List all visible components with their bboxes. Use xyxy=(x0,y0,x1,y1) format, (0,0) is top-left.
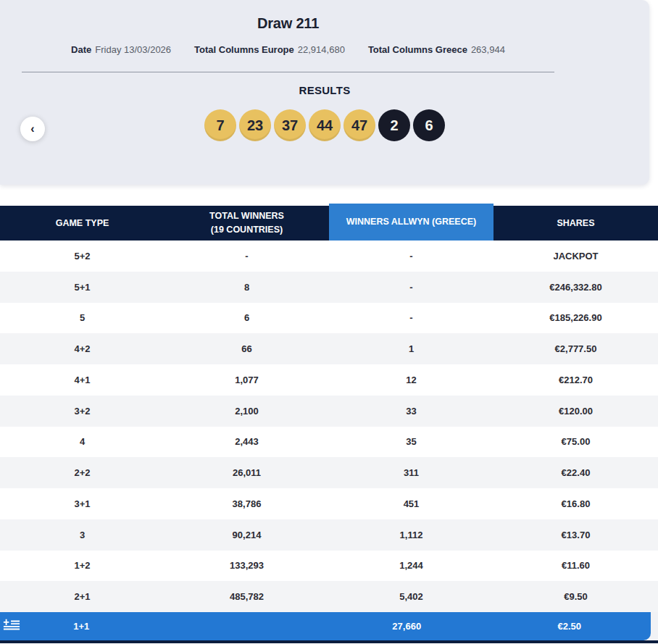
meta-label: Total Columns Greece xyxy=(368,44,467,55)
table-row: 3+22,10033€120.00 xyxy=(0,396,658,427)
table-row: 1+2133,2931,244€11.60 xyxy=(0,551,658,582)
table-row: 5+2--JACKPOT xyxy=(0,241,658,272)
table-cell: 1 xyxy=(329,333,494,364)
column-header-line: (19 COUNTRIES) xyxy=(211,223,283,237)
table-cell: 6 xyxy=(164,303,329,334)
table-row: 2+226,011311€22.40 xyxy=(0,457,658,488)
column-header-line: WINNERS ALLWYN (GREECE) xyxy=(346,215,476,229)
table-cell: €75.00 xyxy=(494,427,658,458)
table-cell: 4+1 xyxy=(0,364,164,396)
table-cell: 2,100 xyxy=(164,396,329,427)
table-cell: €13.70 xyxy=(494,519,658,551)
table-cell: €212.70 xyxy=(494,364,658,396)
greek-flag-icon xyxy=(3,619,20,635)
table-cell: 1,077 xyxy=(164,364,329,396)
euro-number-ball: 6 xyxy=(413,109,445,141)
column-header: TOTAL WINNERS(19 COUNTRIES) xyxy=(164,206,329,241)
table-cell: 5 xyxy=(0,303,164,334)
table-cell: 4+2 xyxy=(0,333,164,364)
chevron-left-icon: ‹ xyxy=(30,122,34,135)
table-row: 4+2661€2,777.50 xyxy=(0,333,658,364)
table-cell: 451 xyxy=(329,488,494,519)
table-cell: 1,244 xyxy=(329,551,494,582)
table-row: 2+1485,7825,402€9.50 xyxy=(0,581,658,612)
table-cell: 1+2 xyxy=(0,551,164,582)
meta-value: 263,944 xyxy=(471,44,505,55)
table-cell: 66 xyxy=(164,333,329,364)
table-cell: - xyxy=(329,241,494,272)
table-cell: 8 xyxy=(164,272,329,303)
table-cell: €246,332.80 xyxy=(494,272,658,303)
table-row: 4+11,07712€212.70 xyxy=(0,364,658,396)
table-cell: 311 xyxy=(329,457,494,488)
bottom-navy-bar xyxy=(0,640,658,643)
meta-label: Total Columns Europe xyxy=(194,44,294,55)
euro-number-ball: 2 xyxy=(378,109,410,141)
table-cell: 133,293 xyxy=(164,551,329,582)
column-header-winners-allwyn[interactable]: WINNERS ALLWYN (GREECE) xyxy=(329,204,494,241)
draw-meta-item: Total Columns Europe22,914,680 xyxy=(194,44,345,55)
main-number-ball: 23 xyxy=(239,109,271,141)
table-cell: 3+1 xyxy=(0,488,164,519)
table-row: 5+18-€246,332.80 xyxy=(0,272,658,303)
table-cell: 35 xyxy=(329,427,494,458)
draw-meta: DateFriday 13/03/2026Total Columns Europ… xyxy=(0,44,576,55)
table-cell: 485,782 xyxy=(164,581,329,612)
winners-table: GAME TYPETOTAL WINNERS(19 COUNTRIES)WINN… xyxy=(0,206,658,643)
table-cell: 5,402 xyxy=(329,581,494,612)
table-cell: 2,443 xyxy=(164,427,329,458)
table-cell: JACKPOT xyxy=(494,241,658,272)
table-cell: €185,226.90 xyxy=(494,303,658,334)
table-cell: 5+2 xyxy=(0,241,164,272)
draw-meta-item: Total Columns Greece263,944 xyxy=(368,44,505,55)
table-cell: €120.00 xyxy=(494,396,658,427)
table-cell: €2.50 xyxy=(488,612,651,640)
eurojackpot-results-page: Draw 211 DateFriday 13/03/2026Total Colu… xyxy=(0,0,658,644)
table-cell: 5+1 xyxy=(0,272,164,303)
main-number-ball: 37 xyxy=(274,109,306,141)
meta-label: Date xyxy=(71,44,91,55)
table-cell: €2,777.50 xyxy=(494,333,658,364)
highlight-row-strip: 1+127,660€2.50 xyxy=(0,612,658,640)
table-cell: €22.40 xyxy=(494,457,658,488)
previous-draw-button[interactable]: ‹ xyxy=(20,117,45,141)
greece-highlight-row: 1+127,660€2.50 xyxy=(0,612,651,640)
table-row: 56-€185,226.90 xyxy=(0,303,658,334)
winning-numbers: 72337444726 xyxy=(0,109,649,141)
table-header: GAME TYPETOTAL WINNERS(19 COUNTRIES)WINN… xyxy=(0,206,658,241)
table-cell: 90,214 xyxy=(164,519,329,551)
table-cell: - xyxy=(164,241,329,272)
table-cell: €16.80 xyxy=(494,488,658,519)
column-header-line: SHARES xyxy=(557,217,594,230)
table-cell: - xyxy=(329,303,494,334)
draw-summary-card: Draw 211 DateFriday 13/03/2026Total Colu… xyxy=(0,0,649,185)
table-cell: 26,011 xyxy=(164,457,329,488)
table-row: 42,44335€75.00 xyxy=(0,427,658,458)
table-cell: 4 xyxy=(0,427,164,458)
draw-header: Draw 211 DateFriday 13/03/2026Total Colu… xyxy=(0,0,576,72)
column-header-line: GAME TYPE xyxy=(56,217,109,230)
table-cell: €11.60 xyxy=(494,551,658,582)
column-header: SHARES xyxy=(494,206,658,241)
table-cell: 12 xyxy=(329,364,494,396)
table-cell: 27,660 xyxy=(325,612,488,640)
table-cell: 2+1 xyxy=(0,581,164,612)
main-number-ball: 44 xyxy=(309,109,341,141)
table-cell: - xyxy=(329,272,494,303)
table-row: 390,2141,112€13.70 xyxy=(0,519,658,551)
table-cell: 38,786 xyxy=(164,488,329,519)
main-number-ball: 7 xyxy=(204,109,236,141)
table-body: 5+2--JACKPOT5+18-€246,332.8056-€185,226.… xyxy=(0,241,658,612)
table-cell: 2+2 xyxy=(0,457,164,488)
column-header-line: TOTAL WINNERS xyxy=(209,209,284,223)
table-cell xyxy=(163,612,326,640)
table-cell: 1+1 xyxy=(0,612,163,640)
draw-meta-item: DateFriday 13/03/2026 xyxy=(71,44,171,55)
column-header: GAME TYPE xyxy=(0,206,164,241)
divider xyxy=(22,72,554,72)
meta-value: 22,914,680 xyxy=(298,44,345,55)
main-number-ball: 47 xyxy=(343,109,375,141)
table-cell: €9.50 xyxy=(494,581,658,612)
table-cell: 1,112 xyxy=(329,519,494,551)
meta-value: Friday 13/03/2026 xyxy=(95,44,171,55)
